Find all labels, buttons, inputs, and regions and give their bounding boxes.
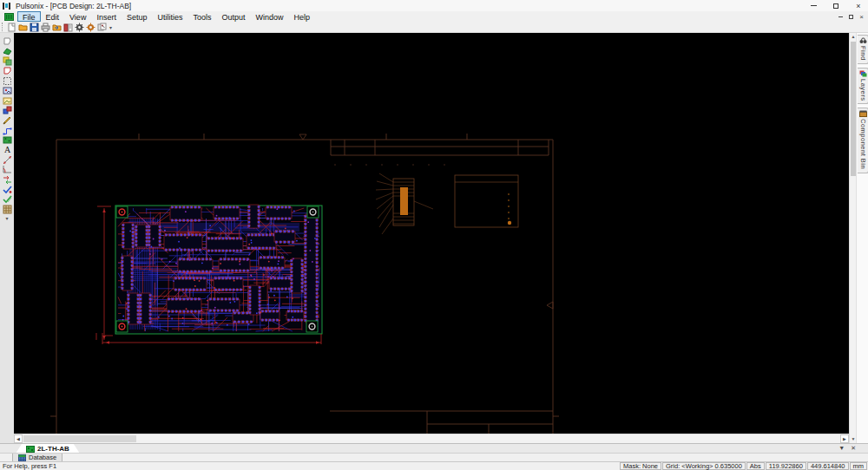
settings-gear-icon[interactable]	[74, 22, 85, 32]
restore-button[interactable]	[832, 2, 840, 10]
tab-component-bin[interactable]: Component Bin	[858, 108, 868, 173]
mdi-restore-button[interactable]	[849, 15, 853, 19]
menu-utilities[interactable]: Utilities	[152, 11, 187, 22]
dimension-icon[interactable]	[2, 155, 13, 165]
pcb-drawing	[14, 33, 849, 434]
status-units[interactable]: mm	[850, 462, 868, 470]
pcb-design-canvas[interactable]	[14, 33, 849, 434]
menu-file[interactable]: File	[17, 11, 41, 22]
tab-close-icon[interactable]: ✕	[851, 445, 856, 452]
database-icon	[18, 454, 26, 461]
import-folder-icon[interactable]	[51, 22, 62, 32]
image-icon[interactable]	[2, 86, 13, 95]
right-panel-strip: Find Layers Component Bin	[856, 33, 868, 443]
menu-edit[interactable]: Edit	[41, 11, 65, 22]
document-tab-label: 2L-TH-AB	[37, 445, 69, 453]
menu-help[interactable]: Help	[289, 11, 316, 22]
print-icon[interactable]	[40, 22, 51, 32]
status-abs-label[interactable]: Abs	[746, 462, 765, 470]
mdi-minimize-button[interactable]	[838, 16, 843, 17]
technology-gear-icon[interactable]	[85, 22, 96, 32]
toolbar-overflow-icon[interactable]: ▾	[109, 24, 112, 30]
route-icon[interactable]	[2, 126, 13, 135]
database-tab-label: Database	[29, 454, 56, 461]
document-tab-bar: 2L-TH-AB ▼ ✕	[0, 443, 868, 453]
left-toolbar: A ▾	[0, 33, 14, 443]
picture-icon[interactable]	[2, 95, 13, 105]
pcb-doc-icon	[26, 446, 35, 453]
pulsonix-window: Pulsonix - [PCB Design: 2L-TH-AB] × File…	[0, 0, 868, 470]
app-icon	[3, 2, 12, 10]
component-bin-icon	[859, 110, 867, 117]
draw-line-icon[interactable]	[2, 115, 13, 125]
menu-bar: File Edit View Insert Setup Utilities To…	[0, 11, 868, 22]
measure-icon[interactable]	[2, 165, 13, 174]
title-bar: Pulsonix - [PCB Design: 2L-TH-AB] ×	[0, 0, 868, 11]
grid-table-icon[interactable]	[2, 205, 13, 214]
scroll-right-icon[interactable]: ▶	[840, 434, 849, 443]
status-bar: For Help, press F1 Mask: None Grid: <Wor…	[0, 461, 868, 470]
menu-setup[interactable]: Setup	[122, 11, 153, 22]
board-shape-icon[interactable]	[2, 36, 13, 46]
status-mask: Mask: None	[620, 462, 661, 470]
tab-find[interactable]: Find	[858, 35, 868, 64]
minimize-button[interactable]	[809, 2, 818, 10]
select-area-icon[interactable]	[2, 76, 13, 86]
document-icon	[4, 13, 14, 21]
menu-window[interactable]: Window	[251, 11, 289, 22]
find-binoculars-icon	[859, 37, 867, 44]
window-title: Pulsonix - [PCB Design: 2L-TH-AB]	[16, 2, 809, 10]
status-abs-y: 449.614840	[807, 462, 849, 470]
library-icon[interactable]	[62, 22, 74, 32]
left-toolbar-overflow-icon[interactable]: ▾	[5, 215, 8, 221]
copper-pour-icon[interactable]	[2, 46, 13, 55]
toolbar-grip	[2, 23, 4, 31]
status-help-text: For Help, press F1	[3, 462, 620, 470]
open-folder-icon[interactable]	[17, 22, 29, 32]
layers-icon	[859, 70, 867, 77]
board-outline-icon[interactable]	[2, 66, 13, 75]
net-arrows-icon[interactable]	[2, 174, 13, 184]
tab-layers[interactable]: Layers	[858, 68, 868, 104]
mdi-close-button[interactable]: ×	[859, 13, 864, 21]
menu-view[interactable]: View	[64, 11, 91, 22]
svg-text:A: A	[3, 145, 10, 154]
menu-tools[interactable]: Tools	[187, 11, 216, 22]
bottom-tab-bar: Database	[0, 453, 868, 461]
save-icon[interactable]	[29, 22, 40, 32]
menu-insert[interactable]: Insert	[91, 11, 122, 22]
tab-scroll-menu-icon[interactable]: ▼	[838, 445, 845, 452]
main-toolbar: ▾	[0, 22, 868, 33]
text-icon[interactable]: A	[2, 145, 13, 154]
scroll-left-icon[interactable]: ◀	[14, 434, 23, 443]
status-grid[interactable]: Grid: <Working> 0.635000	[662, 462, 746, 470]
menu-output[interactable]: Output	[216, 11, 250, 22]
horizontal-scroll-thumb[interactable]	[23, 435, 136, 442]
check-design-icon[interactable]	[2, 185, 13, 194]
pcb-board-icon[interactable]	[2, 135, 13, 145]
new-document-icon[interactable]	[6, 22, 17, 32]
verify-icon[interactable]	[2, 194, 13, 204]
area-icon[interactable]	[2, 56, 13, 66]
horizontal-scrollbar[interactable]: ◀ ▶	[14, 434, 849, 443]
close-button[interactable]: ×	[854, 2, 863, 10]
technology-files-icon[interactable]	[96, 22, 108, 32]
status-abs-x: 119.922860	[766, 462, 806, 470]
vertical-scrollbar[interactable]: ▲ ▼	[849, 33, 856, 443]
shapes-icon[interactable]	[2, 106, 13, 115]
